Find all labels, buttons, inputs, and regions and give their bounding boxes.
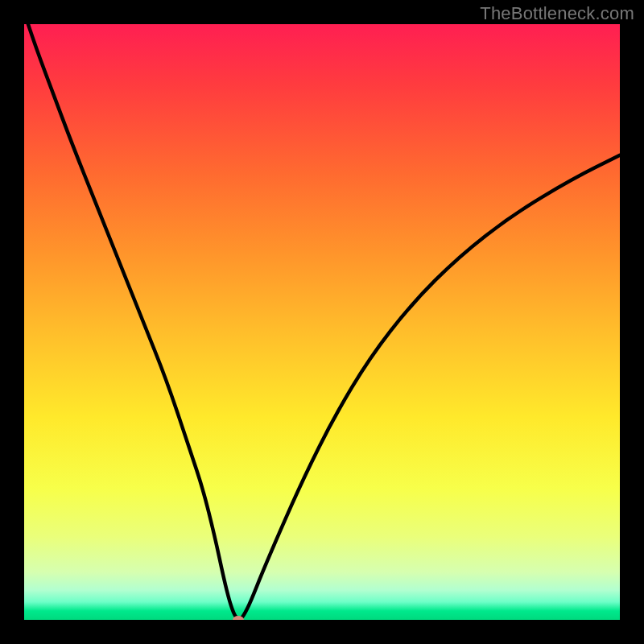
bottleneck-curve-line xyxy=(24,24,620,620)
curve-svg xyxy=(24,24,620,620)
chart-frame: TheBottleneck.com xyxy=(0,0,644,644)
plot-area xyxy=(24,24,620,620)
optimal-point-marker xyxy=(233,616,244,620)
watermark-text: TheBottleneck.com xyxy=(480,3,634,24)
